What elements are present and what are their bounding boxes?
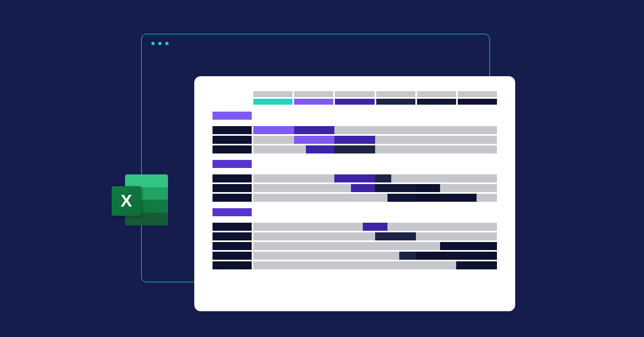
gantt-bar (416, 194, 457, 202)
gantt-track (253, 252, 497, 260)
window-dot (151, 42, 155, 45)
gantt-color-header-row (253, 99, 497, 105)
gantt-row-label (213, 145, 252, 153)
gantt-header-cell (417, 91, 456, 97)
gantt-scale-cell (458, 99, 497, 105)
gantt-task-row (213, 194, 497, 202)
gantt-bar (363, 223, 387, 231)
gantt-track (253, 223, 497, 231)
gantt-bar (440, 242, 497, 250)
gantt-track (253, 184, 497, 192)
gantt-header-cell (253, 91, 292, 97)
gantt-track (253, 174, 497, 182)
gantt-row-label (213, 184, 252, 192)
window-dot (165, 42, 169, 45)
gantt-bar (306, 145, 334, 153)
gantt-task-row (213, 184, 497, 192)
excel-icon-front: X (112, 186, 141, 216)
gantt-bar (375, 184, 416, 192)
gantt-task-row (213, 145, 497, 153)
gantt-row-label (213, 252, 252, 260)
gantt-track-bg (253, 136, 497, 144)
gantt-track (253, 112, 497, 120)
gantt-scale-cell (417, 99, 456, 105)
gantt-header-cell (294, 91, 333, 97)
gantt-row-label (213, 194, 252, 202)
gantt-track (253, 145, 497, 153)
gantt-group-header (213, 112, 497, 120)
gantt-task-row (213, 252, 497, 260)
gantt-row-label (213, 232, 252, 240)
gantt-bar (387, 194, 416, 202)
gantt-bar (253, 126, 294, 134)
gantt-row-label (213, 126, 252, 134)
gantt-bar (375, 174, 391, 182)
gantt-row-label (213, 261, 252, 269)
gantt-bar (294, 126, 335, 134)
gantt-track (253, 160, 497, 168)
gantt-header-row (253, 91, 497, 97)
gantt-row-label (213, 160, 252, 168)
gantt-bar (456, 261, 497, 269)
gantt-header-cell (376, 91, 415, 97)
excel-x-letter: X (121, 191, 132, 211)
gantt-bar (294, 136, 335, 144)
gantt-task-row (213, 136, 497, 144)
excel-icon: X (109, 174, 168, 233)
gantt-group-header (213, 160, 497, 168)
gantt-bar (456, 194, 477, 202)
gantt-row-label (213, 242, 252, 250)
gantt-track (253, 242, 497, 250)
gantt-bar (399, 252, 415, 260)
gantt-card (194, 76, 515, 311)
gantt-task-row (213, 174, 497, 182)
gantt-row-label (213, 174, 252, 182)
gantt-track (253, 126, 497, 134)
gantt-scale-cell (376, 99, 415, 105)
gantt-bar (334, 136, 375, 144)
gantt-scale-cell (335, 99, 374, 105)
gantt-track (253, 261, 497, 269)
gantt-track (253, 208, 497, 216)
gantt-body (213, 112, 497, 269)
gantt-header-cell (335, 91, 374, 97)
gantt-bar (375, 232, 416, 240)
gantt-bar (416, 184, 440, 192)
gantt-bar (351, 184, 375, 192)
gantt-track (253, 194, 497, 202)
window-dot (158, 42, 162, 45)
gantt-group-header (213, 208, 497, 216)
gantt-track-bg (253, 145, 497, 153)
gantt-task-row (213, 126, 497, 134)
gantt-task-row (213, 232, 497, 240)
gantt-header-cell (458, 91, 497, 97)
gantt-row-label (213, 136, 252, 144)
gantt-track (253, 232, 497, 240)
gantt-bar (334, 174, 375, 182)
gantt-scale-cell (294, 99, 333, 105)
gantt-scale-cell (253, 99, 292, 105)
gantt-row-label (213, 223, 252, 231)
gantt-row-label (213, 208, 252, 216)
window-controls (151, 42, 169, 45)
gantt-task-row (213, 242, 497, 250)
gantt-track (253, 136, 497, 144)
gantt-bar (416, 252, 497, 260)
gantt-row-label (213, 112, 252, 120)
gantt-task-row (213, 223, 497, 231)
gantt-bar (334, 145, 375, 153)
gantt-task-row (213, 261, 497, 269)
